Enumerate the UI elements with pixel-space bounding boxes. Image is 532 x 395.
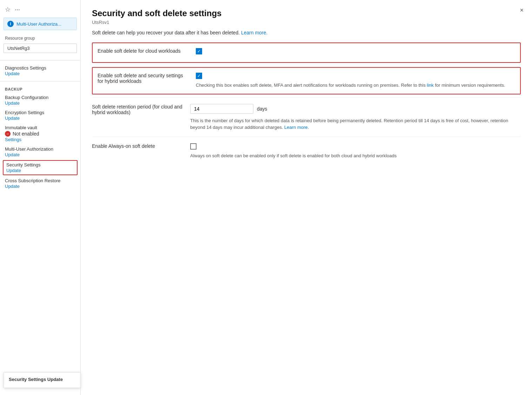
diagnostics-update-link[interactable]: Update	[5, 71, 20, 76]
retention-row: Soft delete retention period (for cloud …	[92, 97, 521, 137]
encryption-label: Encryption Settings	[5, 110, 75, 115]
sidebar-info-text: Multi-User Authoriza...	[16, 21, 61, 27]
cloud-workloads-checkbox-row: ✓	[196, 48, 515, 54]
hybrid-workloads-label: Enable soft delete and security settings…	[98, 73, 196, 84]
hybrid-link[interactable]: link	[427, 83, 434, 88]
sidebar-item-backup-config: Backup Configuration Update	[0, 93, 80, 108]
backup-section-label: BACKUP	[0, 84, 80, 93]
hybrid-workloads-row: Enable soft delete and security settings…	[92, 67, 521, 94]
security-update-link[interactable]: Update	[6, 168, 21, 173]
cross-sub-label: Cross Subscription Restore	[5, 178, 75, 183]
resource-group-value: UtsNetRg3	[4, 44, 77, 53]
retention-description: This is the number of days for which del…	[190, 117, 521, 131]
info-icon: i	[7, 21, 14, 27]
toast-title: Security Settings Update	[9, 377, 75, 382]
sidebar: ☆ ··· i Multi-User Authoriza... Resource…	[0, 0, 81, 395]
immutable-label: Immutable vault	[5, 125, 75, 130]
star-icon[interactable]: ☆	[5, 6, 11, 13]
retention-input-row: days	[190, 104, 521, 114]
sidebar-item-mua: Multi-User Authorization Update	[0, 144, 80, 159]
immutable-status: Not enabled	[5, 131, 75, 137]
always-on-label: Enable Always-on soft delete	[92, 143, 190, 149]
not-enabled-text: Not enabled	[13, 131, 39, 137]
sidebar-item-security: Security Settings Update	[3, 160, 78, 175]
sidebar-top-actions: ☆ ···	[0, 3, 80, 18]
mua-label: Multi-User Authorization	[5, 146, 75, 152]
main-panel: × Security and soft delete settings UtsR…	[81, 0, 532, 395]
cloud-workloads-label: Enable soft delete for cloud workloads	[98, 48, 196, 54]
mua-update-link[interactable]: Update	[5, 152, 20, 157]
close-button[interactable]: ×	[520, 7, 524, 13]
resource-group-label: Resource group	[0, 34, 80, 42]
always-on-description: Always on soft delete can be enabled onl…	[190, 152, 521, 159]
more-icon[interactable]: ···	[15, 6, 20, 13]
retention-input[interactable]	[190, 104, 253, 114]
hybrid-workloads-checkbox-row: ✓	[196, 73, 515, 79]
security-settings-label: Security Settings	[6, 162, 74, 167]
sidebar-backup-divider	[0, 81, 80, 81]
sidebar-item-immutable: Immutable vault Not enabled Settings	[0, 123, 80, 144]
hybrid-workloads-checkbox[interactable]: ✓	[196, 73, 202, 79]
retention-learn-more-link[interactable]: Learn more.	[284, 125, 309, 130]
retention-control: days This is the number of days for whic…	[190, 104, 521, 131]
always-on-control: Always on soft delete can be enabled onl…	[190, 143, 521, 159]
notification-toast: Security Settings Update	[4, 372, 81, 388]
cloud-workloads-control: ✓	[196, 48, 515, 57]
sidebar-divider	[0, 60, 80, 60]
backup-config-update-link[interactable]: Update	[5, 100, 20, 106]
cloud-workloads-row: Enable soft delete for cloud workloads ✓	[92, 42, 521, 63]
sidebar-info-banner[interactable]: i Multi-User Authoriza...	[4, 18, 77, 30]
sidebar-item-diagnostics: Diagnostics Settings Update	[0, 63, 80, 78]
cloud-workloads-checkbox[interactable]: ✓	[196, 48, 202, 54]
intro-learn-more-link[interactable]: Learn more.	[241, 30, 267, 35]
sidebar-item-encryption: Encryption Settings Update	[0, 108, 80, 123]
intro-text: Soft delete can help you recover your da…	[92, 30, 521, 35]
always-on-checkbox-row	[190, 143, 521, 150]
cloud-workloads-checkmark: ✓	[197, 49, 201, 53]
hybrid-workloads-control: ✓ Checking this box enables soft delete,…	[196, 73, 515, 89]
retention-label: Soft delete retention period (for cloud …	[92, 104, 190, 115]
panel-subtitle: UtsRsv1	[92, 20, 521, 25]
cross-sub-update-link[interactable]: Update	[5, 184, 20, 189]
notification-area: Security Settings Update	[4, 372, 81, 388]
always-on-checkbox[interactable]	[190, 143, 197, 150]
immutable-settings-link[interactable]: Settings	[5, 137, 21, 142]
hybrid-workloads-checkmark: ✓	[197, 74, 201, 78]
panel-title: Security and soft delete settings	[92, 8, 521, 18]
hybrid-workloads-description: Checking this box enables soft delete, M…	[196, 82, 515, 89]
always-on-row: Enable Always-on soft delete Always on s…	[92, 137, 521, 165]
encryption-update-link[interactable]: Update	[5, 116, 20, 121]
retention-unit-label: days	[257, 106, 267, 112]
diagnostics-label: Diagnostics Settings	[5, 65, 75, 71]
not-enabled-icon	[5, 131, 11, 137]
sidebar-item-cross-sub: Cross Subscription Restore Update	[0, 176, 80, 191]
backup-config-label: Backup Configuration	[5, 95, 75, 100]
